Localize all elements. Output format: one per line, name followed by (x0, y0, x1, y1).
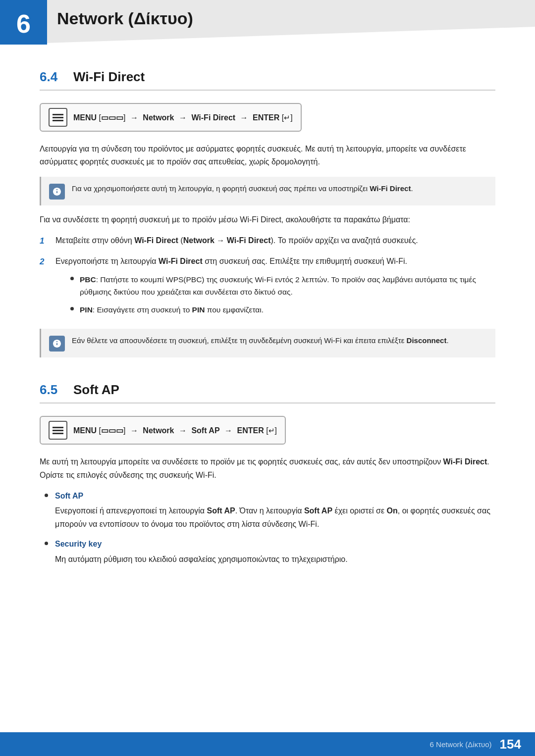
note-icon-2 (49, 336, 65, 352)
menu-icon-bar-1 (53, 114, 63, 115)
page: 6 Network (Δίκτυο) 6.4 Wi-Fi Direct (0, 0, 535, 756)
bullet-security-key: Security key Μη αυτόματη ρύθμιση του κλε… (45, 538, 495, 566)
section-64-note2: Εάν θέλετε να αποσυνδέσετε τη συσκευή, ε… (40, 329, 495, 357)
step-1-number: 1 (40, 234, 53, 248)
section-64-number: 6.4 (40, 69, 64, 85)
menu-icon-bars-64 (53, 114, 63, 121)
step-2-content: Ενεργοποιήστε τη λειτουργία Wi-Fi Direct… (55, 255, 495, 321)
bullet-soft-ap: Soft AP Ενεργοποιεί ή απενεργοποιεί τη λ… (45, 490, 495, 531)
menu-icon-64 (49, 108, 67, 127)
section-65-title: Soft AP (73, 382, 119, 398)
section-64-note2-text: Εάν θέλετε να αποσυνδέσετε τη συσκευή, ε… (72, 335, 449, 347)
menu-icon-65 (49, 421, 67, 440)
bullet-pbc: PBC: Πατήστε το κουμπί WPS(PBC) της συσκ… (70, 273, 495, 299)
bullet-security-key-title: Security key (55, 538, 348, 551)
step-2: 2 Ενεργοποιήστε τη λειτουργία Wi-Fi Dire… (40, 255, 495, 321)
menu-icon-bar-65-3 (53, 433, 63, 434)
step-1-text: Μεταβείτε στην οθόνη Wi-Fi Direct (Netwo… (55, 234, 418, 247)
section-65-menu-path-text: MENU [▭▭▭] → Network → Soft AP → ENTER [… (73, 426, 277, 435)
section-64-note1: Για να χρησιμοποιήσετε αυτή τη λειτουργί… (40, 177, 495, 205)
bullet-security-key-dot (45, 542, 48, 545)
section-65-heading: 6.5 Soft AP (40, 382, 495, 403)
step-2-bullets: PBC: Πατήστε το κουμπί WPS(PBC) της συσκ… (55, 273, 495, 316)
note-icon-1 (49, 184, 65, 200)
page-header: 6 Network (Δίκτυο) (0, 0, 535, 45)
page-footer: 6 Network (Δίκτυο) 154 (0, 732, 535, 756)
bullet-soft-ap-content: Soft AP Ενεργοποιεί ή απενεργοποιεί τη λ… (55, 490, 495, 531)
chapter-title: Network (Δίκτυο) (57, 9, 193, 28)
section-64: 6.4 Wi-Fi Direct MENU [▭▭▭] → Network → … (40, 69, 495, 357)
chapter-number-block: 6 (0, 0, 47, 45)
section-65-body1: Με αυτή τη λειτουργία μπορείτε να συνδέσ… (40, 455, 495, 482)
section-64-heading: 6.4 Wi-Fi Direct (40, 69, 495, 91)
footer-chapter-text: 6 Network (Δίκτυο) (430, 740, 492, 749)
section-64-menu-path-box: MENU [▭▭▭] → Network → Wi-Fi Direct → EN… (40, 103, 302, 132)
menu-icon-bar-2 (53, 117, 63, 118)
step-2-number: 2 (40, 255, 53, 269)
section-64-note1-text: Για να χρησιμοποιήσετε αυτή τη λειτουργί… (72, 183, 413, 195)
step-1: 1 Μεταβείτε στην οθόνη Wi-Fi Direct (Net… (40, 234, 495, 248)
footer-page-number: 154 (500, 737, 521, 752)
bullet-soft-ap-title: Soft AP (55, 490, 495, 503)
bullet-pbc-text: PBC: Πατήστε το κουμπί WPS(PBC) της συσκ… (80, 273, 495, 299)
section-64-body1: Λειτουργία για τη σύνδεση του προϊόντος … (40, 143, 495, 169)
bullet-soft-ap-dot (45, 494, 48, 497)
section-64-steps: 1 Μεταβείτε στην οθόνη Wi-Fi Direct (Net… (40, 234, 495, 321)
section-65-bullets: Soft AP Ενεργοποιεί ή απενεργοποιεί τη λ… (40, 490, 495, 566)
bullet-pin-dot (70, 307, 74, 310)
bullet-pbc-dot (70, 277, 74, 280)
bullet-security-key-content: Security key Μη αυτόματη ρύθμιση του κλε… (55, 538, 348, 566)
section-65-number: 6.5 (40, 382, 64, 398)
section-64-title: Wi-Fi Direct (73, 69, 145, 85)
section-64-body2: Για να συνδέσετε τη φορητή συσκευή με το… (40, 213, 495, 226)
chapter-number: 6 (16, 9, 31, 39)
bullet-security-key-text: Μη αυτόματη ρύθμιση του κλειδιού ασφαλεί… (55, 555, 348, 563)
menu-icon-bar-65-1 (53, 427, 63, 428)
main-content: 6.4 Wi-Fi Direct MENU [▭▭▭] → Network → … (0, 64, 535, 630)
bullet-pin: PIN: Εισαγάγετε στη συσκευή το PIN που ε… (70, 303, 495, 316)
section-65-menu-path-box: MENU [▭▭▭] → Network → Soft AP → ENTER [… (40, 416, 286, 445)
menu-icon-bar-3 (53, 120, 63, 121)
section-65: 6.5 Soft AP MENU [▭▭▭] → Network → Soft … (40, 382, 495, 566)
menu-icon-bars-65 (53, 427, 63, 434)
section-64-menu-path-text: MENU [▭▭▭] → Network → Wi-Fi Direct → EN… (73, 113, 293, 122)
bullet-pin-text: PIN: Εισαγάγετε στη συσκευή το PIN που ε… (80, 303, 264, 316)
menu-icon-bar-65-2 (53, 430, 63, 431)
bullet-soft-ap-text: Ενεργοποιεί ή απενεργοποιεί τη λειτουργί… (55, 506, 490, 528)
